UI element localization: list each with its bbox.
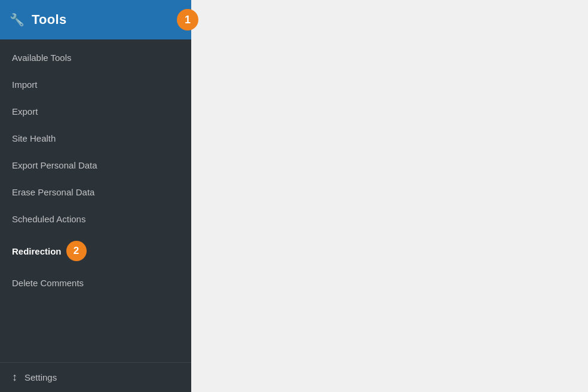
wrench-icon xyxy=(10,12,24,27)
sidebar-item-redirection[interactable]: Redirection2 xyxy=(0,232,191,270)
sidebar-item-export-personal-data[interactable]: Export Personal Data xyxy=(0,152,191,179)
sidebar-item-delete-comments[interactable]: Delete Comments xyxy=(0,270,191,296)
sidebar-nav: Available ToolsImportExportSite HealthEx… xyxy=(0,39,191,362)
sidebar-item-label-import: Import xyxy=(12,79,38,90)
sidebar-item-label-available-tools: Available Tools xyxy=(12,53,72,63)
sidebar-header: Tools 1 xyxy=(0,0,191,39)
sidebar-item-label-erase-personal-data: Erase Personal Data xyxy=(12,187,94,197)
sidebar-item-scheduled-actions[interactable]: Scheduled Actions xyxy=(0,206,191,232)
sidebar-item-erase-personal-data[interactable]: Erase Personal Data xyxy=(0,179,191,206)
sidebar-item-label-redirection: Redirection xyxy=(12,246,62,256)
settings-label: Settings xyxy=(24,372,57,382)
sidebar-item-site-health[interactable]: Site Health xyxy=(0,125,191,152)
sidebar-item-badge-redirection: 2 xyxy=(66,241,87,261)
sidebar-title: Tools xyxy=(32,12,67,27)
sidebar-item-label-delete-comments: Delete Comments xyxy=(12,278,84,288)
sidebar-item-label-site-health: Site Health xyxy=(12,133,56,143)
main-content xyxy=(191,0,588,392)
sidebar-item-label-export-personal-data: Export Personal Data xyxy=(12,160,97,170)
sidebar-item-export[interactable]: Export xyxy=(0,98,191,125)
sidebar-item-label-scheduled-actions: Scheduled Actions xyxy=(12,214,85,224)
sidebar-footer-settings[interactable]: Settings xyxy=(0,362,191,392)
sidebar-item-label-export: Export xyxy=(12,106,38,117)
sidebar: Tools 1 Available ToolsImportExportSite … xyxy=(0,0,191,392)
sidebar-item-available-tools[interactable]: Available Tools xyxy=(0,44,191,71)
header-badge: 1 xyxy=(177,9,198,30)
settings-icon xyxy=(12,371,17,384)
sidebar-item-import[interactable]: Import xyxy=(0,71,191,98)
